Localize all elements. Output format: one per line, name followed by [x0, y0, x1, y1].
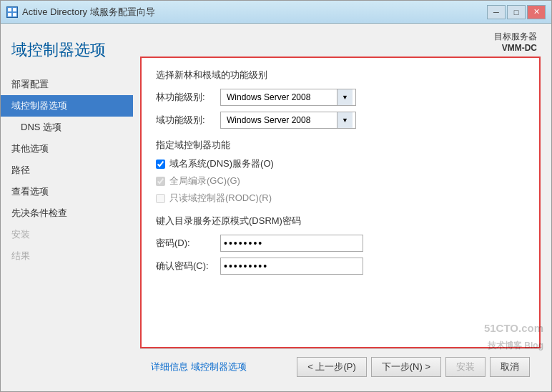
sidebar-item-prereq[interactable]: 先决条件检查 — [1, 202, 133, 224]
sidebar-item-install: 安装 — [1, 224, 133, 245]
back-button[interactable]: < 上一步(P) — [297, 357, 367, 377]
dns-checkbox-row: 域名系统(DNS)服务器(O) — [156, 157, 525, 170]
title-bar-left: Active Directory 域服务配置向导 — [6, 6, 155, 19]
rodc-checkbox — [156, 194, 165, 203]
forest-level-select[interactable]: Windows Server 2008 ▼ — [220, 89, 356, 106]
minimize-button[interactable]: ─ — [487, 5, 506, 19]
sidebar-item-other[interactable]: 其他选项 — [1, 138, 133, 160]
window-title: Active Directory 域服务配置向导 — [22, 6, 155, 19]
domain-level-value: Windows Server 2008 — [224, 115, 337, 125]
bottom-buttons: < 上一步(P) 下一步(N) > 安装 取消 — [297, 357, 530, 377]
confirm-row: 确认密码(C): — [156, 258, 525, 275]
main-content: 目标服务器 VMM-DC 选择新林和根域的功能级别 林功能级别: Windows… — [133, 24, 551, 391]
gc-checkbox — [156, 177, 165, 186]
sidebar: 域控制器选项 部署配置 域控制器选项 DNS 选项 其他选项 路径 查看选项 先… — [1, 24, 133, 391]
cancel-button[interactable]: 取消 — [490, 357, 530, 377]
gc-checkbox-label: 全局编录(GC)(G) — [169, 175, 240, 187]
section1-title: 选择新林和根域的功能级别 — [156, 69, 525, 82]
target-server-name: VMM-DC — [140, 43, 537, 53]
dns-checkbox[interactable] — [156, 160, 165, 169]
form-panel: 选择新林和根域的功能级别 林功能级别: Windows Server 2008 … — [140, 57, 541, 348]
forest-select-arrow[interactable]: ▼ — [337, 89, 353, 105]
title-controls: ─ □ ✕ — [487, 5, 546, 19]
svg-rect-3 — [13, 13, 16, 16]
domain-level-row: 域功能级别: Windows Server 2008 ▼ — [156, 112, 525, 129]
sidebar-item-deploy[interactable]: 部署配置 — [1, 74, 133, 95]
top-right-info: 目标服务器 VMM-DC — [140, 31, 541, 53]
dns-checkbox-label: 域名系统(DNS)服务器(O) — [169, 157, 274, 170]
title-bar: Active Directory 域服务配置向导 ─ □ ✕ — [1, 1, 551, 24]
forest-label: 林功能级别: — [156, 91, 220, 104]
gc-checkbox-row: 全局编录(GC)(G) — [156, 175, 525, 187]
svg-rect-1 — [13, 8, 16, 11]
domain-label: 域功能级别: — [156, 114, 220, 127]
sidebar-item-result: 结果 — [1, 245, 133, 267]
svg-rect-2 — [8, 13, 11, 16]
domain-level-select[interactable]: Windows Server 2008 ▼ — [220, 112, 356, 129]
bottom-bar: 详细信息 域控制器选项 < 上一步(P) 下一步(N) > 安装 取消 — [140, 348, 541, 384]
svg-rect-0 — [8, 8, 11, 11]
section2-title: 指定域控制器功能 — [156, 139, 525, 152]
install-button: 安装 — [445, 357, 486, 377]
target-server-label: 目标服务器 — [140, 31, 537, 43]
main-window: Active Directory 域服务配置向导 ─ □ ✕ 域控制器选项 部署… — [0, 0, 552, 392]
rodc-checkbox-label: 只读域控制器(RODC)(R) — [169, 192, 272, 205]
confirm-label: 确认密码(C): — [156, 260, 220, 273]
section3-title: 键入目录服务还原模式(DSRM)密码 — [156, 215, 525, 227]
confirm-password-input[interactable] — [220, 258, 363, 275]
maximize-button[interactable]: □ — [507, 5, 526, 19]
domain-select-arrow[interactable]: ▼ — [337, 112, 353, 128]
sidebar-item-dc-options[interactable]: 域控制器选项 — [1, 95, 133, 117]
content-area: 域控制器选项 部署配置 域控制器选项 DNS 选项 其他选项 路径 查看选项 先… — [1, 24, 551, 391]
forest-level-value: Windows Server 2008 — [224, 92, 337, 102]
sidebar-item-dns[interactable]: DNS 选项 — [1, 117, 133, 138]
password-label: 密码(D): — [156, 237, 220, 250]
sidebar-item-path[interactable]: 路径 — [1, 160, 133, 181]
rodc-checkbox-row: 只读域控制器(RODC)(R) — [156, 192, 525, 205]
forest-level-row: 林功能级别: Windows Server 2008 ▼ — [156, 89, 525, 106]
next-button[interactable]: 下一步(N) > — [371, 357, 441, 377]
details-link[interactable]: 详细信息 域控制器选项 — [151, 361, 247, 373]
page-title: 域控制器选项 — [1, 31, 133, 74]
app-icon — [6, 6, 18, 18]
close-button[interactable]: ✕ — [527, 5, 546, 19]
password-input[interactable] — [220, 235, 363, 252]
password-row: 密码(D): — [156, 235, 525, 252]
sidebar-item-review[interactable]: 查看选项 — [1, 181, 133, 202]
